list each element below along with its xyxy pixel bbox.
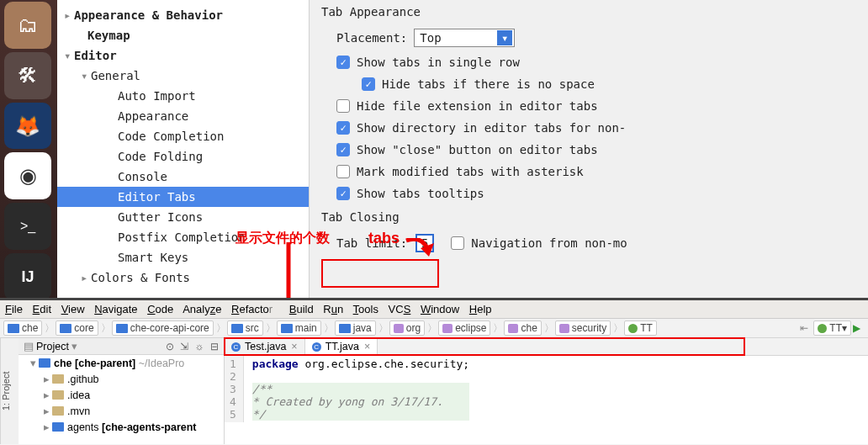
crumb-org[interactable]: org [389, 321, 425, 336]
back-icon[interactable]: ⇤ [800, 322, 808, 334]
annotation-curve-icon [404, 238, 437, 259]
chk-tooltips[interactable]: ✓Show tabs tooltips [336, 187, 860, 200]
close-icon[interactable]: × [364, 341, 370, 352]
run-config-select[interactable]: TT ▾ [813, 321, 851, 336]
project-pane: 1: Project ▤Project ▾ ⊙ ⇲ ☼ ⊟ ▾che [che-… [0, 338, 225, 444]
crumb-core[interactable]: core [56, 321, 98, 336]
crumb-eclipse[interactable]: eclipse [438, 321, 490, 336]
tree-dir-agents[interactable]: ▸agents [che-agents-parent [19, 419, 224, 435]
tree-label: che [54, 358, 72, 369]
tree-code-folding[interactable]: Code Folding [57, 146, 309, 167]
menu-build[interactable]: Build [289, 303, 314, 315]
code-editor[interactable]: 12345 package org.eclipse.che.security; … [225, 356, 868, 422]
project-toolwindow-tab[interactable]: 1: Project [0, 338, 19, 444]
crumb-label: che-core-api-core [130, 322, 209, 334]
tree-console[interactable]: Console [57, 167, 309, 187]
menu-help[interactable]: Help [469, 303, 492, 315]
checkbox-icon[interactable] [336, 165, 350, 178]
chk-mark-mod[interactable]: Mark modified tabs with asterisk [336, 165, 860, 178]
editor-tab-test[interactable]: CTest.java× [225, 338, 305, 355]
tree-colors-fonts[interactable]: ▸Colors & Fonts [57, 268, 309, 288]
crumb-java[interactable]: java [335, 321, 376, 336]
crumb-security[interactable]: security [555, 321, 611, 336]
ubuntu-launcher: 🗂 🛠 🦊 ◉ >_ IJ [0, 0, 57, 302]
crumb-label: core [74, 322, 93, 334]
editor-area: CTest.java× CTT.java× 12345 package org.… [225, 338, 868, 444]
tree-general[interactable]: ▾General [57, 66, 309, 86]
menu-window[interactable]: Window [421, 303, 459, 315]
menu-file[interactable]: File [5, 303, 23, 315]
tree-code-completion[interactable]: Code Completion [57, 126, 309, 146]
checkbox-icon[interactable]: ✓ [336, 187, 350, 200]
checkbox-icon[interactable] [451, 236, 464, 250]
hide-icon[interactable]: ⊟ [210, 341, 219, 352]
tree-appearance-item[interactable]: Appearance [57, 106, 309, 126]
chk-hide-ext[interactable]: Hide file extension in editor tabs [336, 99, 860, 113]
checkbox-label: Hide file extension in editor tabs [357, 99, 598, 113]
checkbox-icon[interactable]: ✓ [336, 143, 350, 156]
tree-editor-tabs[interactable]: Editor Tabs [57, 187, 309, 207]
launcher-app-terminal[interactable]: >_ [4, 203, 51, 250]
crumb-class[interactable]: TT [624, 321, 657, 336]
breadcrumb: che〉 core〉 che-core-api-core〉 src〉 main〉… [0, 319, 868, 338]
placement-select[interactable]: Top ▾ [414, 29, 515, 47]
tree-smart-keys[interactable]: Smart Keys [57, 247, 309, 268]
folder-icon [52, 406, 64, 416]
tree-auto-import[interactable]: Auto Import [57, 86, 309, 106]
checkbox-icon[interactable] [336, 99, 350, 113]
run-config-label: TT [829, 322, 842, 334]
launcher-app-files[interactable]: 🗂 [4, 2, 51, 49]
autoscroll-icon[interactable]: ⇲ [180, 341, 188, 352]
tree-gutter-icons[interactable]: Gutter Icons [57, 207, 309, 227]
crumb-main[interactable]: main [277, 321, 321, 336]
menu-edit[interactable]: Edit [33, 303, 51, 315]
menu-analyze[interactable]: Analyze [183, 303, 221, 315]
code-comment: /** [252, 383, 272, 395]
crumb-label: TT [640, 322, 653, 334]
code-text[interactable]: package org.eclipse.che.security; /** * … [244, 356, 469, 422]
launcher-app-settings[interactable]: 🛠 [4, 52, 51, 99]
folder-icon [60, 324, 71, 333]
checkbox-label: Show tabs tooltips [357, 187, 484, 200]
menu-tools[interactable]: Tools [353, 303, 378, 315]
tree-label: .mvn [67, 405, 90, 417]
tree-dir-mvn[interactable]: ▸.mvn [19, 403, 224, 419]
checkbox-icon[interactable]: ✓ [362, 77, 375, 91]
code-line: org.eclipse.che.security; [299, 358, 470, 370]
tree-dir-github[interactable]: ▸.github [19, 371, 224, 387]
chk-single-row[interactable]: ✓Show tabs in single row [336, 56, 860, 69]
crumb-label: org [406, 322, 421, 334]
menu-vcs[interactable]: VCS [389, 303, 411, 315]
crumb-api-core[interactable]: che-core-api-core [112, 321, 214, 336]
tree-label: General [91, 69, 140, 82]
close-icon[interactable]: × [291, 341, 297, 352]
crumb-src[interactable]: src [227, 321, 263, 336]
collapse-icon[interactable]: ⊙ [166, 341, 174, 352]
chk-show-dir[interactable]: ✓Show directory in editor tabs for non- [336, 121, 860, 135]
run-icon[interactable]: ▶ [853, 322, 865, 334]
tree-dir-idea[interactable]: ▸.idea [19, 387, 224, 403]
tree-label: Keymap [87, 29, 130, 42]
menu-navigate[interactable]: Navigate [94, 303, 137, 315]
tree-keymap[interactable]: Keymap [57, 25, 309, 45]
menu-view[interactable]: View [61, 303, 85, 315]
menu-code[interactable]: Code [147, 303, 173, 315]
launcher-app-intellij[interactable]: IJ [4, 253, 51, 300]
tree-root[interactable]: ▾che [che-parent] ~/IdeaPro [19, 355, 224, 371]
checkbox-icon[interactable]: ✓ [336, 121, 350, 135]
settings-icon[interactable]: ☼ [195, 341, 204, 352]
checkbox-icon[interactable]: ✓ [336, 56, 350, 69]
code-keyword: package [252, 358, 299, 370]
crumb-che2[interactable]: che [504, 321, 541, 336]
tree-editor[interactable]: ▾Editor [57, 45, 309, 66]
placement-value: Top [420, 31, 441, 45]
menu-refactor[interactable]: Refactor [231, 303, 279, 315]
launcher-app-chrome[interactable]: ◉ [4, 152, 51, 199]
tree-appearance-behavior[interactable]: ▸Appearance & Behavior [57, 5, 309, 25]
chk-hide-no-space[interactable]: ✓Hide tabs if there is no space [362, 77, 860, 91]
chk-close-btn[interactable]: ✓Show "close" button on editor tabs [336, 143, 860, 156]
crumb-che[interactable]: che [3, 321, 42, 336]
editor-tab-tt[interactable]: CTT.java× [305, 338, 378, 355]
launcher-app-firefox[interactable]: 🦊 [4, 103, 51, 150]
menu-run[interactable]: Run [323, 303, 343, 315]
